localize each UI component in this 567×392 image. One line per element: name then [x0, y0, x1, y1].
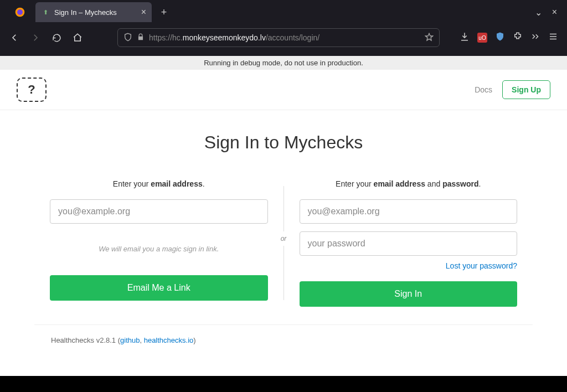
firefox-icon [4, 7, 35, 18]
signin-password-input[interactable] [300, 231, 518, 256]
page-header: ? Docs Sign Up [0, 70, 567, 110]
bookmark-star-icon[interactable] [425, 33, 434, 43]
extensions-icon[interactable] [513, 32, 523, 44]
forward-button [27, 29, 44, 47]
page-title: Sign In to Mychecks [34, 132, 533, 153]
new-tab-button[interactable]: + [155, 3, 173, 21]
or-separator: or [277, 231, 290, 246]
tab-favicon-icon: ⬆ [41, 8, 50, 17]
email-link-button[interactable]: Email Me a Link [50, 275, 268, 301]
password-form: Enter your email address and password. L… [284, 179, 533, 307]
shield-icon [123, 33, 132, 43]
reload-button[interactable] [48, 29, 65, 47]
lock-icon [137, 33, 145, 43]
forms-container: Enter your email address. We will email … [34, 179, 533, 307]
github-link[interactable]: github [120, 336, 140, 344]
ublock-icon[interactable]: uO [477, 33, 487, 43]
svg-point-1 [17, 9, 23, 15]
debug-banner: Running in debug mode, do not use in pro… [0, 56, 567, 70]
tab-list-chevron-icon[interactable]: ⌄ [535, 7, 542, 18]
form-divider: or [284, 186, 284, 300]
page-content: Running in debug mode, do not use in pro… [0, 56, 567, 376]
toolbar-icons: uO [460, 32, 561, 44]
docs-link[interactable]: Docs [475, 85, 492, 94]
downloads-icon[interactable] [460, 32, 470, 44]
footer: Healthchecks v2.8.1 (github, healthcheck… [34, 324, 533, 355]
tab-bar: ⬆ Sign In – Mychecks × + ⌄ × [0, 0, 567, 24]
main: Sign In to Mychecks Enter your email add… [18, 110, 549, 376]
signin-email-input[interactable] [300, 199, 518, 224]
url-text: https://hc.monkeyseemonkeydo.lv/accounts… [149, 33, 420, 42]
nav-bar: https://hc.monkeyseemonkeydo.lv/accounts… [0, 24, 567, 51]
overflow-chevron-icon[interactable] [530, 32, 540, 44]
tab-close-icon[interactable]: × [141, 8, 146, 17]
window-border [0, 376, 567, 392]
tab-title: Sign In – Mychecks [54, 8, 137, 17]
password-prompt: Enter your email address and password. [300, 179, 518, 188]
lost-password-link[interactable]: Lost your password? [300, 261, 518, 270]
window-close-icon[interactable]: × [552, 7, 557, 18]
magic-link-hint: We will email you a magic sign in link. [50, 245, 268, 253]
url-bar[interactable]: https://hc.monkeyseemonkeydo.lv/accounts… [117, 28, 440, 47]
browser-chrome: ⬆ Sign In – Mychecks × + ⌄ × [0, 0, 567, 56]
extension-shield-icon[interactable] [495, 32, 505, 44]
magic-link-prompt: Enter your email address. [50, 179, 268, 188]
browser-tab[interactable]: ⬆ Sign In – Mychecks × [35, 2, 152, 22]
hamburger-menu-icon[interactable] [548, 32, 558, 44]
signup-button[interactable]: Sign Up [502, 80, 550, 99]
home-button[interactable] [69, 29, 86, 47]
signin-button[interactable]: Sign In [300, 281, 518, 307]
logo[interactable]: ? [17, 78, 47, 102]
magic-link-email-input[interactable] [50, 199, 268, 224]
healthchecks-link[interactable]: healthchecks.io [144, 336, 194, 344]
back-button[interactable] [6, 29, 23, 47]
magic-link-form: Enter your email address. We will email … [34, 179, 284, 307]
